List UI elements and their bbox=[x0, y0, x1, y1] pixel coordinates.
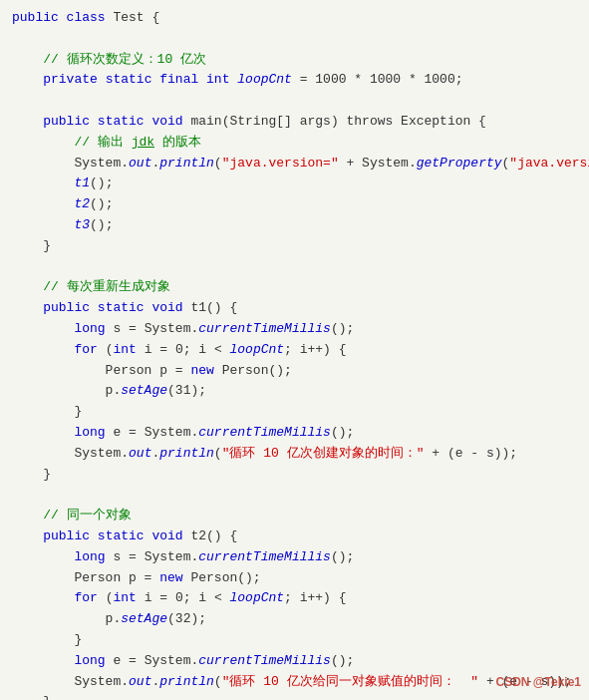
code-line: Person p = new Person(); bbox=[12, 361, 577, 382]
code-line: // 同一个对象 bbox=[12, 506, 577, 526]
code-line: Person p = new Person(); bbox=[12, 568, 577, 589]
code-line: System.out.println("循环 10 亿次创建对象的时间：" + … bbox=[12, 444, 577, 465]
code-line: long e = System.currentTimeMillis(); bbox=[12, 651, 577, 672]
code-line bbox=[12, 257, 577, 278]
code-line: p.setAge(31); bbox=[12, 381, 577, 402]
code-line: // 每次重新生成对象 bbox=[12, 277, 577, 298]
code-line: public static void t2() { bbox=[12, 526, 577, 547]
code-line: } bbox=[12, 402, 577, 423]
code-line: public static void t1() { bbox=[12, 298, 577, 319]
code-line: System.out.println("循环 10 亿次给同一对象赋值的时间： … bbox=[12, 672, 577, 693]
code-line: for (int i = 0; i < loopCnt; i++) { bbox=[12, 340, 577, 361]
code-line: System.out.println("java.version=" + Sys… bbox=[12, 154, 577, 175]
code-line bbox=[12, 91, 577, 112]
code-line: long s = System.currentTimeMillis(); bbox=[12, 547, 577, 568]
code-line: t3(); bbox=[12, 215, 577, 236]
code-line: public static void main(String[] args) t… bbox=[12, 112, 577, 133]
watermark: CSDN @Tekie1 bbox=[495, 673, 581, 692]
code-line: // 循环次数定义：10 亿次 bbox=[12, 50, 577, 71]
code-line: long e = System.currentTimeMillis(); bbox=[12, 423, 577, 444]
code-line bbox=[12, 29, 577, 50]
code-line: } bbox=[12, 465, 577, 486]
code-block: public class Test { // 循环次数定义：10 亿次 priv… bbox=[12, 8, 577, 700]
code-line: private static final int loopCnt = 1000 … bbox=[12, 70, 577, 91]
code-line: t2(); bbox=[12, 194, 577, 215]
code-line: for (int i = 0; i < loopCnt; i++) { bbox=[12, 588, 577, 609]
code-line: long s = System.currentTimeMillis(); bbox=[12, 319, 577, 340]
code-line bbox=[12, 485, 577, 506]
code-line: t1(); bbox=[12, 174, 577, 194]
code-line: public class Test { bbox=[12, 8, 577, 29]
code-line: } bbox=[12, 236, 577, 257]
code-line: // 输出 jdk 的版本 bbox=[12, 133, 577, 154]
code-editor: public class Test { // 循环次数定义：10 亿次 priv… bbox=[0, 0, 589, 700]
code-line: p.setAge(32); bbox=[12, 609, 577, 630]
code-line: } bbox=[12, 630, 577, 651]
code-line: } bbox=[12, 692, 577, 700]
